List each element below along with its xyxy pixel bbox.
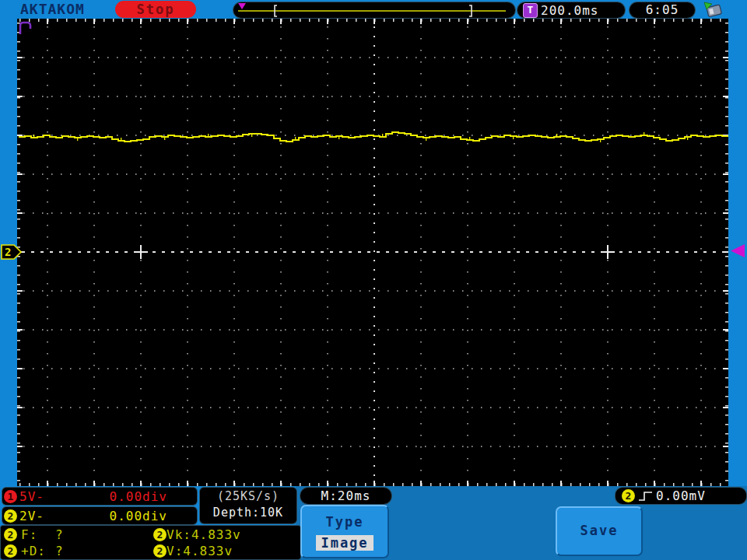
measurement-channel-badge: 2 [4, 528, 17, 541]
measurement-channel-badge: 2 [4, 544, 17, 558]
rising-edge-icon [638, 490, 654, 502]
graticule-and-trace [17, 19, 728, 486]
measurement-vk: Vk:4.833v [167, 527, 241, 542]
measurement-channel-badge: 2 [153, 528, 167, 541]
channel2-scale: 2V- [19, 509, 44, 523]
record-position-graphic [233, 2, 515, 18]
sample-rate: (25KS/s) [200, 489, 296, 503]
channel2-badge: 2 [4, 509, 17, 523]
measurements-block: 2 F: ? 2 Vk:4.833v 2 +D: ? 2 V:4.833v [0, 525, 301, 560]
trigger-level-readout: 2 0.00mV [615, 487, 747, 505]
measurement-row: 2 F: ? 2 Vk:4.833v [1, 527, 300, 542]
measurement-value-f: ? [55, 527, 64, 542]
save-softkey-button[interactable]: Save [556, 506, 643, 556]
trigger-level-value: 0.00mV [656, 488, 706, 503]
channel1-offset: 0.00div [96, 489, 167, 504]
channel1-badge: 1 [4, 490, 17, 503]
trigger-delay-value: 200.0ms [541, 3, 598, 18]
channel2-position-marker: 2 [1, 242, 23, 262]
usb-storage-icon [702, 1, 725, 18]
channel2-marker-label: 2 [5, 246, 11, 258]
measurement-value-d: ? [55, 544, 64, 558]
trigger-level-marker [729, 243, 746, 259]
acquisition-state-badge: Stop [115, 1, 196, 18]
brand-logo: AKTAKOM [20, 1, 85, 17]
trigger-delay-readout: T 200.0ms [517, 2, 626, 19]
acquisition-info-block: (25KS/s) Depth:10K [199, 487, 297, 524]
timebase-readout: M:20ms [300, 487, 392, 505]
trigger-icon: T [523, 3, 538, 18]
waveform-display-area [17, 19, 728, 486]
type-softkey-button[interactable]: Type Image [300, 505, 389, 558]
measurement-v: V:4.833v [167, 544, 233, 558]
clock: 6:05 [629, 2, 696, 19]
type-softkey-selected-value: Image [316, 535, 373, 551]
measurement-row: 2 +D: ? 2 V:4.833v [1, 543, 300, 558]
channel2-offset: 0.00div [96, 509, 167, 523]
measurement-label-d: +D: [21, 544, 46, 558]
record-depth: Depth:10K [200, 506, 296, 520]
trigger-position-icon [238, 3, 246, 9]
channel1-scale: 5V- [19, 489, 44, 504]
record-position-bar [233, 2, 516, 19]
measurement-channel-badge: 2 [153, 544, 167, 558]
channel1-status-row: 1 5V- 0.00div [2, 487, 198, 506]
trigger-source-badge: 2 [622, 489, 635, 502]
channel2-status-row: 2 2V- 0.00div [2, 506, 198, 525]
type-softkey-label: Type [302, 514, 388, 530]
measurement-label-f: F: [21, 527, 37, 542]
